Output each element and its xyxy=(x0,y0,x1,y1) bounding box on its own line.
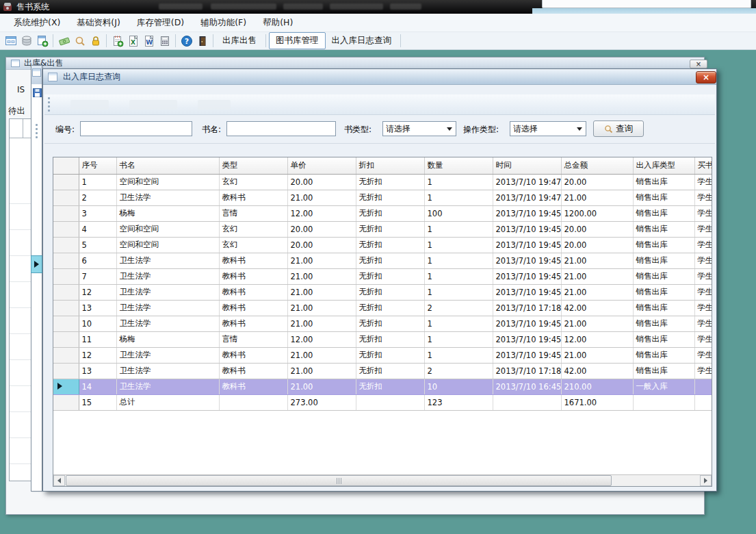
grid-cell[interactable]: 2013/7/10 19:45 xyxy=(493,268,561,284)
save-floppy-icon[interactable] xyxy=(33,88,42,99)
grid-cell[interactable]: 12 xyxy=(79,284,116,300)
grid-column-header[interactable]: 时间 xyxy=(493,157,561,174)
grid-row[interactable]: 3杨梅言情12.00无折扣1002013/7/10 19:451200.00销售… xyxy=(53,205,712,221)
query-window-titlebar[interactable]: 出入库日志查询 xyxy=(43,69,716,85)
grid-cell[interactable]: 学生 xyxy=(694,190,712,205)
grid-row[interactable]: 7卫生法学教科书21.00无折扣12013/7/10 19:4521.00销售出… xyxy=(53,268,712,284)
grid-cell[interactable]: 2013/7/10 19:45 xyxy=(493,253,561,268)
grid-cell[interactable]: 1 xyxy=(424,316,493,331)
grid-cell[interactable] xyxy=(694,379,712,394)
grid-cell[interactable]: 学生 xyxy=(694,253,712,268)
grid-cell[interactable]: 21.00 xyxy=(561,284,633,300)
grid-row[interactable]: 12卫生法学教科书21.00无折扣12013/7/10 19:4521.00销售… xyxy=(53,347,712,363)
grid-cell[interactable]: 2 xyxy=(424,363,493,379)
grid-cell[interactable]: 1 xyxy=(79,174,116,190)
grid-cell[interactable]: 销售出库 xyxy=(633,284,694,300)
grid-row[interactable]: 11杨梅言情12.00无折扣12013/7/10 19:4512.00销售出库学… xyxy=(53,331,712,347)
grid-row[interactable]: 13卫生法学教科书21.00无折扣22013/7/10 17:1842.00销售… xyxy=(53,300,712,316)
grid-cell[interactable]: 1 xyxy=(424,268,493,284)
grid-cell[interactable]: 卫生法学 xyxy=(116,190,219,205)
grid-row[interactable]: 5空间和空间玄幻20.00无折扣12013/7/10 19:4520.00销售出… xyxy=(53,237,712,253)
exit-icon[interactable] xyxy=(194,33,210,49)
form-window-icon[interactable] xyxy=(3,33,18,49)
grid-cell[interactable]: 销售出库 xyxy=(633,300,694,316)
grid-cell[interactable]: 无折扣 xyxy=(356,300,424,316)
notepad-add-icon[interactable] xyxy=(109,33,125,49)
grid-cell[interactable]: 6 xyxy=(79,253,116,268)
grid-cell[interactable]: 总计 xyxy=(116,394,219,410)
grid-cell[interactable]: 1 xyxy=(424,347,493,363)
row-selector-cell[interactable] xyxy=(53,379,79,394)
grid-cell[interactable]: 21.00 xyxy=(287,347,356,363)
form-add-icon[interactable] xyxy=(34,33,50,49)
grid-cell[interactable]: 1 xyxy=(424,237,493,253)
drag-grip[interactable] xyxy=(48,97,50,112)
database-icon[interactable] xyxy=(18,33,34,49)
grid-cell[interactable]: 2013/7/10 19:45 xyxy=(493,331,561,347)
grid-cell[interactable]: 2 xyxy=(79,190,116,205)
grid-cell[interactable]: 学生 xyxy=(694,316,712,331)
grid-cell[interactable]: 11 xyxy=(79,331,116,347)
grid-cell[interactable]: 21.00 xyxy=(287,284,356,300)
grid-cell[interactable] xyxy=(493,394,561,410)
drag-grip[interactable] xyxy=(36,124,38,138)
bookname-input[interactable] xyxy=(226,121,336,136)
grid-cell[interactable]: 2013/7/10 19:45 xyxy=(493,221,561,237)
grid-cell[interactable] xyxy=(694,394,712,410)
grid-cell[interactable]: 教科书 xyxy=(219,253,287,268)
grid-column-header[interactable]: 书名 xyxy=(116,157,219,174)
grid-cell[interactable]: 21.00 xyxy=(287,268,356,284)
row-selector-cell[interactable] xyxy=(53,221,79,237)
row-selector-cell[interactable] xyxy=(53,190,79,205)
row-selector-cell[interactable] xyxy=(53,174,79,190)
grid-cell[interactable]: 杨梅 xyxy=(116,205,219,221)
grid-cell[interactable]: 21.00 xyxy=(287,379,356,394)
grid-cell[interactable]: 无折扣 xyxy=(356,268,424,284)
grid-cell[interactable]: 卫生法学 xyxy=(116,379,219,394)
grid-cell[interactable]: 销售出库 xyxy=(633,174,694,190)
grid-cell[interactable]: 21.00 xyxy=(561,253,633,268)
grid-cell[interactable]: 卫生法学 xyxy=(116,284,219,300)
grid-cell[interactable]: 4 xyxy=(79,221,116,237)
grid-row[interactable]: 12卫生法学教科书21.00无折扣12013/7/10 19:4521.00销售… xyxy=(53,284,712,300)
grid-cell[interactable]: 10 xyxy=(79,316,116,331)
toolbar-button-sale[interactable]: 出库出售 xyxy=(216,33,263,49)
booktype-combobox[interactable]: 请选择 xyxy=(382,121,456,136)
grid-cell[interactable]: 2013/7/10 16:45 xyxy=(493,379,561,394)
grid-cell[interactable]: 13 xyxy=(79,300,116,316)
row-selector-cell[interactable] xyxy=(53,205,79,221)
grid-cell[interactable]: 教科书 xyxy=(219,363,287,379)
grid-cell[interactable]: 273.00 xyxy=(287,394,356,410)
scroll-left-button[interactable] xyxy=(53,475,65,486)
grid-cell[interactable]: 12.00 xyxy=(287,205,356,221)
row-selector-cell[interactable] xyxy=(53,394,79,410)
grid-cell[interactable]: 12 xyxy=(79,347,116,363)
menu-item-inventory[interactable]: 库存管理(D) xyxy=(129,14,192,31)
scroll-right-button[interactable] xyxy=(700,475,712,486)
grid-cell[interactable]: 销售出库 xyxy=(633,316,694,331)
grid-cell[interactable]: 杨梅 xyxy=(116,331,219,347)
search-button[interactable]: 查询 xyxy=(593,120,644,137)
grid-cell[interactable]: 无折扣 xyxy=(356,205,424,221)
grid-cell[interactable]: 21.00 xyxy=(561,347,633,363)
grid-cell[interactable]: 销售出库 xyxy=(633,347,694,363)
row-selector-cell[interactable] xyxy=(53,300,79,316)
grid-cell[interactable]: 玄幻 xyxy=(219,237,287,253)
grid-cell[interactable]: 20.00 xyxy=(561,174,633,190)
row-selector-cell[interactable] xyxy=(53,316,79,331)
grid-cell[interactable]: 无折扣 xyxy=(356,331,424,347)
toolbar-button-stock-manage[interactable]: 图书库管理 xyxy=(269,32,326,49)
toolbar-button-log-query[interactable]: 出入库日志查询 xyxy=(326,33,398,49)
grid-cell[interactable] xyxy=(356,394,424,410)
grid-cell[interactable]: 2013/7/10 17:18 xyxy=(493,363,561,379)
grid-cell[interactable]: 学生 xyxy=(694,237,712,253)
grid-cell[interactable]: 2013/7/10 19:47 xyxy=(493,174,561,190)
grid-cell[interactable]: 2 xyxy=(424,300,493,316)
outbound-close-button[interactable]: × xyxy=(690,60,707,68)
grid-cell[interactable]: 2013/7/10 19:45 xyxy=(493,316,561,331)
grid-cell[interactable]: 教科书 xyxy=(219,190,287,205)
grid-cell[interactable]: 1 xyxy=(424,284,493,300)
grid-cell[interactable]: 学生 xyxy=(694,174,712,190)
grid-row[interactable]: 14卫生法学教科书21.00无折扣102013/7/10 16:45210.00… xyxy=(53,379,712,394)
grid-cell[interactable]: 卫生法学 xyxy=(116,300,219,316)
